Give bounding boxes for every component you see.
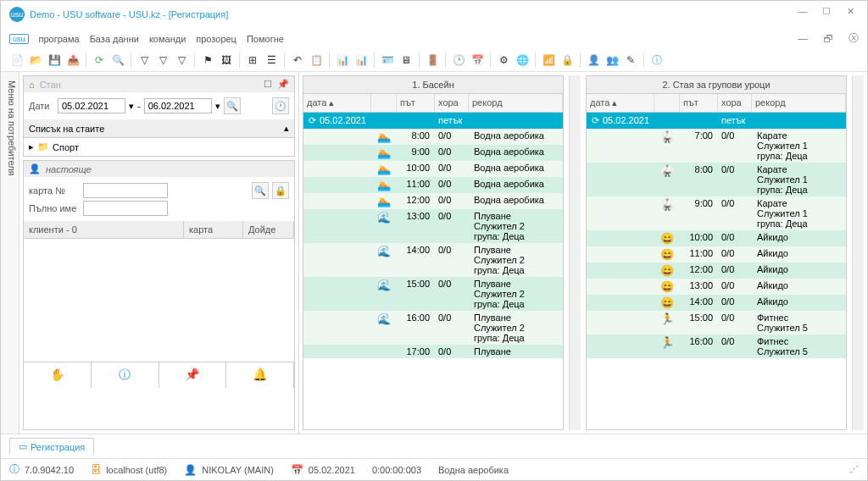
schedule-row[interactable]: 🏊12:000/0Водна аеробика [303, 193, 563, 209]
tb-filter-icon[interactable]: ▽ [136, 53, 152, 68]
date-search-button[interactable]: 🔍 [224, 97, 241, 114]
doc-tab-registration[interactable]: ▭ Регистрация [9, 438, 94, 455]
dd2[interactable]: ▾ [215, 101, 220, 112]
date-to-input[interactable] [144, 98, 212, 113]
schedule-row[interactable]: 😄13:000/0Айкидо [587, 279, 846, 295]
card-col[interactable]: карта [184, 221, 243, 238]
clients-col[interactable]: клиенти - 0 [24, 221, 184, 238]
date-clock-button[interactable]: 🕐 [272, 97, 289, 114]
schedule-row[interactable]: 🏊11:000/0Водна аеробика [303, 177, 563, 193]
fullname-input[interactable] [83, 201, 168, 216]
tb-flag-icon[interactable]: ⚑ [200, 53, 215, 68]
tb-cal-icon[interactable]: 📅 [470, 53, 485, 68]
mdi-minimize-button[interactable]: — [798, 33, 808, 45]
tab-hand[interactable]: ✋ [24, 362, 92, 388]
maximize-button[interactable]: ☐ [818, 6, 835, 23]
schedule-row[interactable]: 😄14:000/0Айкидо [587, 295, 846, 311]
date-row[interactable]: ⟳05.02.2021петък [587, 113, 846, 129]
tb-globe-icon[interactable]: 🌐 [515, 53, 530, 68]
schedule-row[interactable]: 🥋8:000/0КаратеСлужител 1група: Деца [587, 163, 846, 196]
activity-icon: 😄 [654, 232, 680, 245]
col-record[interactable]: рекорд [469, 94, 563, 112]
schedule-row[interactable]: 😄10:000/0Айкидо [587, 230, 846, 246]
tb-filter3-icon[interactable]: ▽ [174, 53, 189, 68]
tb-gear-icon[interactable]: ⚙ [496, 53, 511, 68]
tb-undo-icon[interactable]: ↶ [290, 53, 305, 68]
menu-window[interactable]: прозорец [196, 34, 236, 44]
schedule-row[interactable]: 🏃16:000/0ФитнесСлужител 5 [587, 334, 846, 358]
tb-search-icon[interactable]: 🔍 [110, 53, 125, 68]
schedule-row[interactable]: 17:000/0Плуване [303, 345, 563, 358]
menu-help[interactable]: Помогне [247, 34, 284, 44]
date-from-input[interactable] [58, 98, 125, 113]
col-time2[interactable]: път [680, 94, 718, 112]
schedule-row[interactable]: 🥋9:000/0КаратеСлужител 1група: Деца [587, 196, 846, 230]
tb-info-icon[interactable]: ⓘ [649, 53, 665, 68]
tb-save-icon[interactable]: 💾 [47, 53, 62, 68]
rooms-dd[interactable]: ▴ [284, 123, 289, 134]
close-button[interactable]: ✕ [842, 6, 859, 23]
col-date[interactable]: дата ▴ [303, 94, 371, 112]
date-row[interactable]: ⟳05.02.2021петък [303, 113, 563, 129]
record-cell: КаратеСлужител 1група: Деца [752, 198, 846, 229]
tb-door-icon[interactable]: 🚪 [425, 53, 440, 68]
col-date2[interactable]: дата ▴ [587, 94, 654, 112]
tb-xls-icon[interactable]: 📊 [335, 53, 350, 68]
tab-bell[interactable]: 🔔 [226, 362, 294, 388]
schedule-row[interactable]: 🥋7:000/0КаратеСлужител 1група: Деца [587, 129, 846, 163]
col-people2[interactable]: хора [718, 94, 752, 112]
schedule-row[interactable]: 🏊10:000/0Водна аеробика [303, 161, 563, 177]
tb-new-icon[interactable]: 📄 [9, 53, 25, 68]
mdi-close-button[interactable]: ⓧ [849, 31, 859, 46]
tab-pin[interactable]: 📌 [159, 362, 227, 388]
came-col[interactable]: Дойде [243, 221, 294, 238]
schedule-row[interactable]: 🌊16:000/0ПлуванеСлужител 2група: Деца [303, 311, 563, 345]
schedule-row[interactable]: 🏊9:000/0Водна аеробика [303, 145, 563, 161]
minimize-button[interactable]: — [794, 6, 811, 23]
menu-program[interactable]: програма [39, 34, 80, 44]
tb-clock-icon[interactable]: 🕐 [451, 53, 466, 68]
schedule-row[interactable]: 🌊15:000/0ПлуванеСлужител 2група: Деца [303, 277, 563, 311]
tb-pencil-icon[interactable]: ✎ [623, 53, 638, 68]
panel-min-icon[interactable]: ☐ [264, 79, 272, 90]
card-input[interactable] [83, 183, 168, 198]
scroll1[interactable] [569, 75, 581, 430]
tb-filter2-icon[interactable]: ▽ [155, 53, 170, 68]
schedule-row[interactable]: 🌊13:000/0ПлуванеСлужител 2група: Деца [303, 209, 563, 243]
schedule-row[interactable]: 😄11:000/0Айкидо [587, 246, 846, 263]
menu-database[interactable]: База данни [90, 34, 139, 44]
tb-image-icon[interactable]: 🖼 [219, 53, 234, 68]
tb-users-icon[interactable]: 👥 [604, 53, 620, 68]
tb-open-icon[interactable]: 📂 [28, 53, 43, 68]
tb-xlsx-icon[interactable]: 📊 [353, 53, 369, 68]
home-icon[interactable]: ⌂ [29, 80, 35, 90]
dd1[interactable]: ▾ [129, 101, 134, 112]
tab-info[interactable]: ⓘ [92, 362, 159, 388]
schedule-row[interactable]: 😄12:000/0Айкидо [587, 263, 846, 279]
tb-list-icon[interactable]: ☰ [264, 53, 279, 68]
user-menu-sidebar[interactable]: Меню на потребителя [1, 72, 19, 434]
tb-card-icon[interactable]: 🪪 [380, 53, 395, 68]
tb-rss-icon[interactable]: 📶 [541, 53, 556, 68]
col-record2[interactable]: рекорд [752, 94, 846, 112]
tb-user-icon[interactable]: 👤 [586, 53, 601, 68]
tb-refresh-icon[interactable]: ⟳ [92, 53, 107, 68]
scroll2[interactable] [852, 75, 864, 430]
col-people[interactable]: хора [435, 94, 469, 112]
panel-pin-icon[interactable]: 📌 [277, 79, 289, 90]
card-search-button[interactable]: 🔍 [252, 182, 269, 199]
tb-screen-icon[interactable]: 🖥 [398, 53, 414, 68]
tb-copy-icon[interactable]: 📋 [309, 53, 324, 68]
tb-lock-icon[interactable]: 🔒 [559, 53, 575, 68]
mdi-restore-button[interactable]: 🗗 [823, 33, 833, 45]
tb-grid-icon[interactable]: ⊞ [245, 53, 260, 68]
tb-export-icon[interactable]: 📤 [65, 53, 81, 68]
menu-commands[interactable]: команди [149, 34, 186, 44]
schedule-row[interactable]: 🏃15:000/0ФитнесСлужител 5 [587, 311, 846, 334]
grip-icon[interactable]: ⋰ [849, 464, 859, 475]
schedule-row[interactable]: 🌊14:000/0ПлуванеСлужител 2група: Деца [303, 243, 563, 277]
schedule-row[interactable]: 🏊8:000/0Водна аеробика [303, 129, 563, 145]
room-item-sport[interactable]: ▸ 📁 Спорт [24, 138, 294, 156]
col-time[interactable]: път [397, 94, 435, 112]
card-lock-button[interactable]: 🔒 [272, 182, 289, 199]
